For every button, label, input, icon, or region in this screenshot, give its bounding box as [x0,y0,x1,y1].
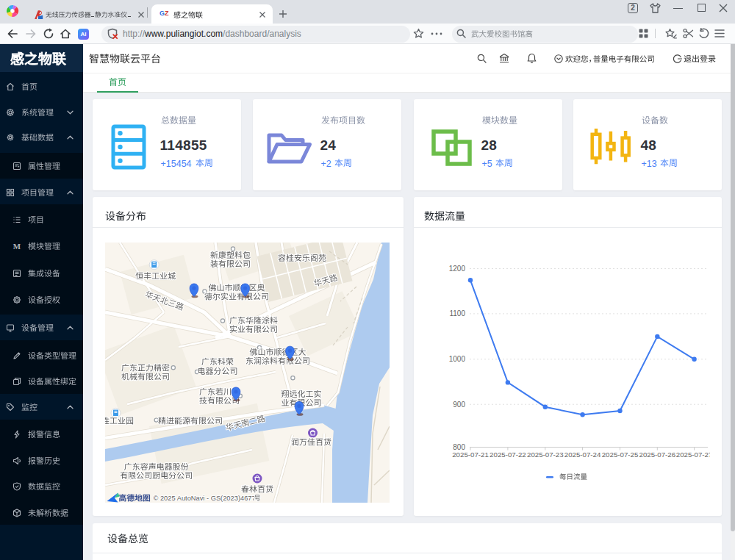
svg-text:1100: 1100 [449,309,465,317]
svg-text:2025-07-25: 2025-07-25 [602,450,639,459]
svg-text:2025-07-22: 2025-07-22 [490,450,526,459]
svg-text:1200: 1200 [449,265,466,273]
svg-text:2025-07-23: 2025-07-23 [527,450,564,459]
svg-text:900: 900 [453,401,465,409]
svg-text:2025-07-27: 2025-07-27 [676,450,710,459]
svg-text:2025-07-26: 2025-07-26 [639,450,676,459]
svg-text:2025-07-21: 2025-07-21 [452,450,489,459]
svg-text:M: M [13,242,21,251]
svg-text:2025-07-24: 2025-07-24 [564,450,601,459]
svg-text:© 2025 AutoNavi - GS(2023)4677: © 2025 AutoNavi - GS(2023)4677 [154,495,256,502]
svg-text:1000: 1000 [449,355,466,363]
